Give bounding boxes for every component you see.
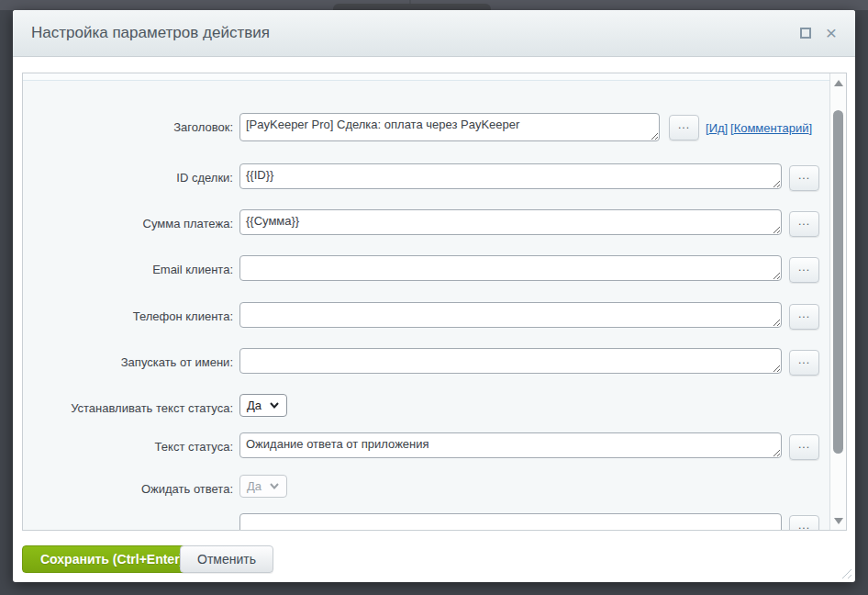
field-row-client-phone: Телефон клиента: ... — [23, 302, 829, 339]
scrollbar-thumb[interactable] — [833, 110, 843, 454]
status-text-expression-button[interactable]: ... — [789, 434, 819, 460]
partial-expression-button[interactable]: ... — [789, 515, 819, 531]
run-as-expression-button[interactable]: ... — [789, 350, 819, 376]
dialog-footer: Сохранить (Ctrl+Enter) Отменить — [13, 531, 855, 582]
field-label: Текст статуса: — [23, 440, 233, 454]
bracket: ] — [725, 121, 729, 135]
background-tab-divider — [409, 0, 411, 4]
status-text-field[interactable]: Ожидание ответа от приложения — [239, 432, 782, 458]
field-label: Сумма платежа: — [23, 217, 233, 230]
vertical-scrollbar[interactable] — [829, 73, 846, 530]
field-label: Заголовок: — [23, 120, 233, 134]
field-row-payment-amount: Сумма платежа: {{Сумма}} ... — [23, 209, 829, 246]
dialog-title: Настройка параметров действия — [31, 24, 800, 42]
field-label: Email клиента: — [23, 263, 233, 276]
field-row-set-status-text: Устанавливать текст статуса: Да — [23, 394, 829, 431]
background-tab — [333, 4, 491, 10]
field-row-partial: ... — [23, 513, 829, 531]
dialog-titlebar: Настройка параметров действия × — [13, 10, 855, 57]
scroll-down-arrow-icon[interactable] — [834, 518, 843, 524]
client-phone-field[interactable] — [239, 302, 782, 328]
select-value: Да — [247, 399, 262, 412]
window-controls: × — [800, 28, 837, 39]
save-button[interactable]: Сохранить (Ctrl+Enter) — [22, 545, 202, 573]
maximize-icon[interactable] — [800, 28, 811, 39]
field-label: Телефон клиента: — [23, 309, 233, 323]
field-label: Устанавливать текст статуса: — [23, 401, 233, 415]
close-icon[interactable]: × — [826, 28, 837, 39]
partial-field[interactable] — [239, 513, 782, 531]
field-row-title: Заголовок: [PayKeeper Pro] Сделка: оплат… — [23, 113, 829, 150]
chevron-down-icon — [270, 402, 279, 409]
wait-response-select: Да — [239, 475, 287, 498]
client-email-field[interactable] — [239, 255, 782, 281]
client-phone-expression-button[interactable]: ... — [789, 304, 819, 330]
field-row-status-text: Текст статуса: Ожидание ответа от прилож… — [23, 432, 829, 469]
payment-amount-expression-button[interactable]: ... — [789, 211, 819, 237]
insert-id-link[interactable]: [Ид] — [706, 121, 728, 135]
title-expression-button[interactable]: ... — [669, 115, 699, 140]
field-label: ID сделки: — [23, 171, 233, 185]
set-status-text-select[interactable]: Да — [239, 394, 287, 417]
scrolled-row-edge — [23, 73, 846, 81]
form-scroll-pane: Заголовок: [PayKeeper Pro] Сделка: оплат… — [22, 73, 847, 531]
dialog-resize-handle[interactable] — [840, 567, 851, 578]
chevron-down-icon — [270, 483, 279, 489]
link-label: Ид — [709, 121, 725, 135]
field-label: Ожидать ответа: — [23, 482, 233, 496]
deal-id-expression-button[interactable]: ... — [789, 165, 819, 191]
title-field[interactable]: [PayKeeper Pro] Сделка: оплата через Pay… — [239, 113, 660, 141]
field-label: Запускать от имени: — [23, 355, 233, 369]
field-row-run-as: Запускать от имени: ... — [23, 348, 829, 385]
field-row-client-email: Email клиента: ... — [23, 255, 829, 292]
scroll-up-arrow-icon[interactable] — [834, 80, 843, 86]
client-email-expression-button[interactable]: ... — [789, 257, 819, 283]
run-as-field[interactable] — [239, 348, 782, 374]
field-row-deal-id: ID сделки: {{ID}} ... — [23, 163, 829, 200]
bracket: ] — [809, 121, 813, 135]
field-row-wait-response: Ожидать ответа: Да — [23, 475, 829, 511]
payment-amount-field[interactable]: {{Сумма}} — [239, 209, 782, 235]
action-settings-dialog: Настройка параметров действия × Заголово… — [13, 10, 855, 582]
deal-id-field[interactable]: {{ID}} — [239, 163, 782, 189]
select-value: Да — [247, 479, 262, 493]
insert-comment-link[interactable]: [Комментарий] — [730, 121, 812, 135]
link-label: Комментарий — [734, 121, 809, 135]
cancel-button[interactable]: Отменить — [180, 545, 273, 573]
